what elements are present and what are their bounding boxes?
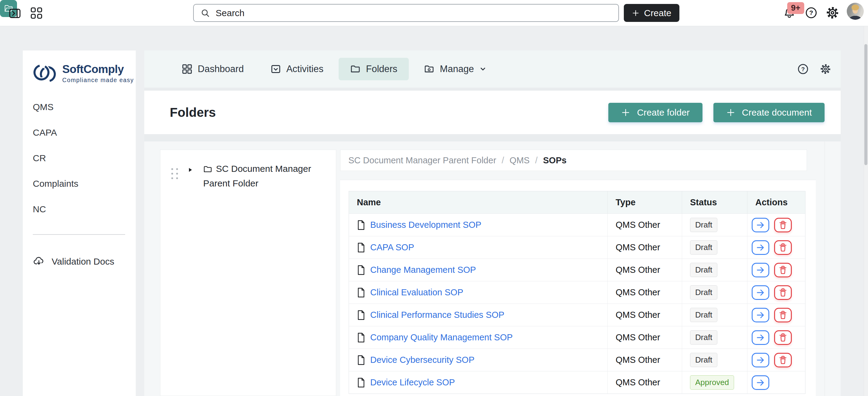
arrow-right-icon xyxy=(755,264,766,276)
plus-icon xyxy=(621,108,630,117)
open-document-button[interactable] xyxy=(752,285,769,300)
tab-activities[interactable]: Activities xyxy=(259,58,335,80)
trash-icon xyxy=(777,310,788,320)
document-link[interactable]: CAPA SOP xyxy=(370,243,414,252)
table-row: Change Management SOPQMS OtherDraft xyxy=(349,258,805,281)
breadcrumb-item-parent-folder[interactable]: SC Document Manager Parent Folder xyxy=(348,155,496,166)
status-badge: Draft xyxy=(690,263,717,277)
drag-handle[interactable] xyxy=(171,168,178,179)
user-avatar[interactable] xyxy=(847,3,864,20)
help-icon[interactable]: ? xyxy=(805,6,817,19)
open-document-button[interactable] xyxy=(752,263,769,277)
document-icon xyxy=(357,310,365,320)
sidebar-nav: QMSCAPACRComplaintsNC xyxy=(23,94,136,222)
delete-document-button[interactable] xyxy=(774,330,792,345)
softcomply-logo: SoftComply Compliance made easy xyxy=(23,51,136,85)
document-link[interactable]: Company Quality Management SOP xyxy=(370,333,513,342)
document-icon xyxy=(357,243,365,253)
document-link[interactable]: Device Cybersecurity SOP xyxy=(370,355,474,365)
breadcrumb-item-qms[interactable]: QMS xyxy=(509,155,530,166)
manage-folder-gear-icon xyxy=(424,64,434,74)
actions-cell xyxy=(747,327,805,348)
document-link[interactable]: Clinical Performance Studies SOP xyxy=(370,310,504,320)
open-document-button[interactable] xyxy=(752,353,769,367)
delete-document-button[interactable] xyxy=(774,308,792,322)
cloud-download-icon xyxy=(33,255,45,267)
tab-manage[interactable]: Manage xyxy=(412,58,498,80)
open-document-button[interactable] xyxy=(752,375,769,390)
name-cell: Business Development SOP xyxy=(349,214,608,236)
status-badge: Draft xyxy=(690,218,717,232)
tree-item-root: SC Document Manager Parent Folder xyxy=(160,150,336,191)
sidebar-item-cr[interactable]: CR xyxy=(23,145,136,171)
document-link[interactable]: Device Lifecycle SOP xyxy=(370,377,455,388)
sidebar-toggle-icon[interactable] xyxy=(8,7,21,20)
sidebar-item-validation-docs[interactable]: Validation Docs xyxy=(23,255,136,267)
sidebar-item-capa[interactable]: CAPA xyxy=(23,120,136,145)
document-icon xyxy=(357,377,365,388)
logo-tagline: Compliance made easy xyxy=(62,77,134,84)
trash-icon xyxy=(777,220,788,230)
type-cell: QMS Other xyxy=(608,281,682,304)
open-document-button[interactable] xyxy=(752,240,769,255)
settings-gear-icon[interactable] xyxy=(826,6,839,20)
document-icon xyxy=(357,333,365,343)
column-header-status: Status xyxy=(682,191,747,214)
create-folder-button[interactable]: Create folder xyxy=(608,103,702,122)
notification-count-badge: 9+ xyxy=(787,2,804,14)
table-row: Clinical Evaluation SOPQMS OtherDraft xyxy=(349,281,805,304)
page-header: Folders Create folder Create document xyxy=(144,91,841,134)
trash-icon xyxy=(777,242,788,253)
document-icon xyxy=(357,265,365,275)
open-document-button[interactable] xyxy=(752,218,769,232)
delete-document-button[interactable] xyxy=(774,240,792,255)
header-actions: Create folder Create document xyxy=(608,103,841,122)
table-row: Device Lifecycle SOPQMS OtherApproved xyxy=(349,371,805,394)
status-cell: Draft xyxy=(682,349,747,371)
macro-help-icon[interactable]: ? xyxy=(797,63,809,75)
document-link[interactable]: Change Management SOP xyxy=(370,265,476,275)
create-document-button[interactable]: Create document xyxy=(713,103,825,122)
actions-cell xyxy=(747,371,805,394)
type-cell: QMS Other xyxy=(608,304,682,326)
plus-icon xyxy=(726,108,735,117)
create-button[interactable]: Create xyxy=(624,4,679,22)
document-icon xyxy=(357,220,365,230)
sidebar-item-nc[interactable]: NC xyxy=(23,196,136,222)
status-cell: Draft xyxy=(682,214,747,236)
table-row: CAPA SOPQMS OtherDraft xyxy=(349,236,805,258)
actions-cell xyxy=(747,281,805,304)
status-badge: Draft xyxy=(690,285,717,300)
macro-settings-gear-icon[interactable] xyxy=(819,63,832,75)
tab-dashboard[interactable]: Dashboard xyxy=(170,58,255,80)
open-document-button[interactable] xyxy=(752,308,769,322)
arrow-right-icon xyxy=(755,287,766,299)
folder-tree-panel: SC Document Manager Parent Folder xyxy=(160,150,336,396)
delete-document-button[interactable] xyxy=(774,353,792,367)
type-cell: QMS Other xyxy=(608,327,682,348)
top-bar: Create 9+ ? xyxy=(0,0,868,26)
delete-document-button[interactable] xyxy=(774,285,792,300)
sidebar-item-complaints[interactable]: Complaints xyxy=(23,171,136,196)
document-link[interactable]: Business Development SOP xyxy=(370,220,482,230)
tab-folders[interactable]: Folders xyxy=(339,58,409,80)
search-input[interactable] xyxy=(216,8,618,18)
tree-root-folder[interactable]: SC Document Manager Parent Folder xyxy=(203,162,320,191)
open-document-button[interactable] xyxy=(752,330,769,345)
tab-bar: Dashboard Activities Folders xyxy=(144,51,841,88)
column-header-type: Type xyxy=(608,191,682,214)
delete-document-button[interactable] xyxy=(774,218,792,232)
document-link[interactable]: Clinical Evaluation SOP xyxy=(370,287,463,298)
arrow-right-icon xyxy=(755,332,766,343)
search-icon xyxy=(200,8,210,18)
window-scrollbar xyxy=(864,26,868,396)
delete-document-button[interactable] xyxy=(774,263,792,277)
folder-icon xyxy=(350,64,361,74)
table-row: Business Development SOPQMS OtherDraft xyxy=(349,214,805,236)
scrollbar-thumb[interactable] xyxy=(864,44,867,165)
sidebar-item-qms[interactable]: QMS xyxy=(23,94,136,120)
actions-cell xyxy=(747,214,805,236)
status-cell: Draft xyxy=(682,236,747,258)
apps-grid-icon[interactable] xyxy=(30,7,42,19)
tree-expand-caret[interactable] xyxy=(188,167,193,172)
